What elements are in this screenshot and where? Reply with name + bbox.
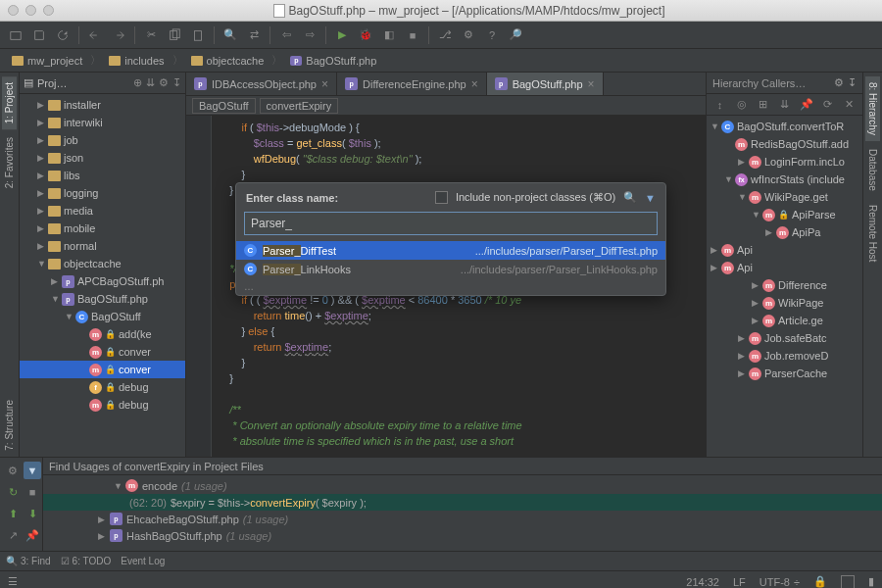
pin-icon[interactable]: 📌 <box>24 527 41 545</box>
editor-tab[interactable]: pBagOStuff.php× <box>487 73 604 95</box>
hide-icon[interactable]: ↧ <box>172 76 181 89</box>
find-icon[interactable]: 🔍 <box>220 25 240 45</box>
project-node[interactable]: ▶interwiki <box>20 114 185 131</box>
editor-tab[interactable]: pDifferenceEngine.php× <box>337 73 487 95</box>
hierarchy-node[interactable]: mRedisBagOStuff.add <box>707 135 862 153</box>
tool-tab-project[interactable]: 1: Project <box>2 76 17 129</box>
undo-icon[interactable] <box>85 25 105 45</box>
debug-icon[interactable]: 🐞 <box>356 25 375 45</box>
next-icon[interactable]: ⬇ <box>24 506 41 523</box>
settings-icon[interactable]: ⚙ <box>459 25 478 45</box>
search-everywhere-icon[interactable]: 🔎 <box>506 25 525 45</box>
usages-tree[interactable]: ▼mencode(1 usage)(62: 20)$expiry = $this… <box>43 475 882 551</box>
autoscroll-icon[interactable]: ⇊ <box>775 95 794 115</box>
expand-all-icon[interactable]: ⊞ <box>754 95 772 115</box>
project-node[interactable]: m🔒debug <box>20 396 185 414</box>
help-icon[interactable]: ? <box>482 25 502 45</box>
status-line-ending[interactable]: LF <box>733 576 746 588</box>
save-all-icon[interactable] <box>29 25 49 45</box>
usage-item[interactable]: ▶pEhcacheBagOStuff.php(1 usage) <box>43 511 882 527</box>
redo-icon[interactable] <box>109 25 128 45</box>
project-tree[interactable]: ▶installer▶interwiki▶job▶json▶libs▶loggi… <box>20 94 185 457</box>
rerun-icon[interactable]: ↻ <box>4 483 22 501</box>
project-node[interactable]: f🔒debug <box>20 378 185 396</box>
tool-tab-find[interactable]: 🔍 3: Find <box>6 556 51 566</box>
close-tab-icon[interactable]: × <box>471 77 478 91</box>
hierarchy-node[interactable]: ▶mWikiPage <box>707 294 862 312</box>
project-node[interactable]: ▼CBagOStuff <box>20 308 185 325</box>
sort-icon[interactable]: ↕ <box>710 95 729 115</box>
crumb-1[interactable]: includes <box>103 53 170 69</box>
close-tab-icon[interactable]: × <box>321 77 328 91</box>
usage-item[interactable]: ▶pHashBagOStuff.php(1 usage) <box>43 527 882 544</box>
scope-icon[interactable]: ◎ <box>732 95 751 115</box>
hierarchy-node[interactable]: ▶mApi <box>707 241 862 259</box>
usage-item[interactable]: ▼mencode(1 usage) <box>43 477 882 494</box>
settings-icon[interactable]: ⚙ <box>4 462 22 479</box>
project-node[interactable]: m🔒conver <box>20 361 185 378</box>
paste-icon[interactable] <box>188 25 208 45</box>
subnav-method[interactable]: convertExpiry <box>260 98 339 114</box>
hierarchy-tree[interactable]: ▼CBagOStuff.convertToRmRedisBagOStuff.ad… <box>707 116 862 457</box>
project-node[interactable]: ▶job <box>20 131 185 149</box>
tool-tab-hierarchy[interactable]: 8: Hierarchy <box>865 76 880 141</box>
search-result[interactable]: CParser_DiffTest.../includes/parser/Pars… <box>236 241 665 260</box>
project-node[interactable]: ▶libs <box>20 167 185 184</box>
hierarchy-node[interactable]: ▶mDifference <box>707 276 862 294</box>
stop-icon[interactable]: ■ <box>403 25 422 45</box>
status-messages-icon[interactable]: ☰ <box>8 575 18 588</box>
coverage-icon[interactable]: ◧ <box>379 25 399 45</box>
status-inspector-icon[interactable] <box>841 575 855 589</box>
tool-tab-eventlog[interactable]: Event Log <box>121 556 165 566</box>
tool-tab-favorites[interactable]: 2: Favorites <box>2 131 17 194</box>
filter-icon[interactable]: ▼ <box>24 462 41 479</box>
collapse-all-icon[interactable]: ⇊ <box>146 76 155 89</box>
status-memory-icon[interactable]: ▮ <box>868 575 874 588</box>
hierarchy-node[interactable]: ▼fxwfIncrStats (include <box>707 171 862 188</box>
project-node[interactable]: ▶logging <box>20 184 185 202</box>
filter-popup-icon[interactable]: ▼ <box>645 192 656 204</box>
project-node[interactable]: m🔒conver <box>20 343 185 361</box>
stop-icon[interactable]: ■ <box>24 483 41 501</box>
project-node[interactable]: ▶normal <box>20 237 185 255</box>
hierarchy-node[interactable]: ▼mWikiPage.get <box>707 188 862 206</box>
crumb-2[interactable]: objectcache <box>185 53 270 69</box>
close-tab-icon[interactable]: × <box>588 77 595 91</box>
usage-item[interactable]: (62: 20)$expiry = $this->convertExpiry( … <box>43 494 882 511</box>
search-icon[interactable]: 🔍 <box>623 191 637 204</box>
project-node[interactable]: ▶pAPCBagOStuff.ph <box>20 272 185 290</box>
open-icon[interactable] <box>6 25 25 45</box>
export-icon[interactable]: ↗ <box>4 527 22 545</box>
hierarchy-node[interactable]: ▼m🔒ApiParse <box>707 206 862 223</box>
hierarchy-node[interactable]: ▶mApiPa <box>707 223 862 241</box>
hierarchy-node[interactable]: ▶mApi <box>707 259 862 276</box>
subnav-class[interactable]: BagOStuff <box>192 98 256 114</box>
vcs-icon[interactable]: ⎇ <box>435 25 455 45</box>
sync-icon[interactable] <box>53 25 73 45</box>
gear-icon[interactable]: ⚙ <box>834 76 844 89</box>
crumb-0[interactable]: mw_project <box>6 53 88 69</box>
prev-icon[interactable]: ⬆ <box>4 506 22 523</box>
project-node[interactable]: m🔒add(ke <box>20 325 185 343</box>
project-header-label[interactable]: Proj… <box>37 77 68 89</box>
project-node[interactable]: ▼objectcache <box>20 255 185 272</box>
cut-icon[interactable]: ✂ <box>141 25 161 45</box>
hierarchy-node[interactable]: ▶mArticle.ge <box>707 312 862 329</box>
forward-icon[interactable]: ⇨ <box>300 25 319 45</box>
hierarchy-node[interactable]: ▶mParserCache <box>707 365 862 382</box>
close-icon[interactable]: ✕ <box>840 95 858 115</box>
include-nonproject-checkbox[interactable] <box>435 191 448 204</box>
traffic-lights[interactable] <box>8 5 54 16</box>
project-node[interactable]: ▶mobile <box>20 220 185 237</box>
pin-icon[interactable]: 📌 <box>797 95 815 115</box>
gear-icon[interactable]: ⚙ <box>159 76 169 89</box>
search-result[interactable]: CParser_LinkHooks.../includes/parser/Par… <box>236 260 665 278</box>
refresh-icon[interactable]: ⟳ <box>818 95 837 115</box>
copy-icon[interactable] <box>165 25 184 45</box>
status-lock-icon[interactable]: 🔒 <box>813 575 827 588</box>
hierarchy-node[interactable]: ▶mJob.safeBatc <box>707 329 862 347</box>
hierarchy-node[interactable]: ▼CBagOStuff.convertToR <box>707 118 862 135</box>
tool-tab-remote[interactable]: Remote Host <box>865 199 880 268</box>
tool-tab-database[interactable]: Database <box>865 143 880 197</box>
run-icon[interactable]: ▶ <box>332 25 352 45</box>
